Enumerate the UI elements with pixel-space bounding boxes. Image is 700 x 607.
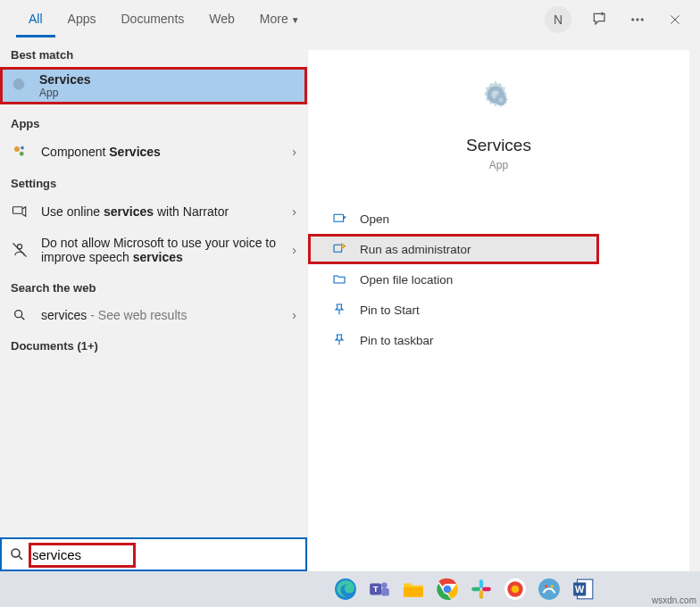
- tab-more[interactable]: More▼: [247, 3, 312, 37]
- avatar[interactable]: N: [545, 6, 571, 33]
- app-item-bold: Services: [109, 145, 161, 159]
- chevron-right-icon: ›: [292, 145, 296, 159]
- svg-point-4: [14, 146, 20, 152]
- section-documents[interactable]: Documents (1+): [0, 330, 307, 358]
- admin-icon: [331, 242, 347, 256]
- svg-text:W: W: [575, 584, 585, 595]
- action-open-location[interactable]: Open file location: [308, 264, 689, 295]
- best-match-sub: App: [39, 87, 91, 99]
- folder-icon: [331, 272, 347, 287]
- svg-point-31: [545, 585, 547, 587]
- gear-icon: [478, 77, 521, 120]
- section-apps: Apps: [0, 108, 307, 136]
- setting-item-narrator[interactable]: Use online services with Narrator ›: [0, 195, 307, 228]
- svg-point-1: [637, 19, 638, 21]
- tab-web[interactable]: Web: [196, 3, 247, 37]
- svg-point-32: [551, 585, 554, 587]
- taskbar-word-icon[interactable]: W: [570, 576, 596, 603]
- taskbar: T W: [0, 571, 700, 607]
- taskbar-slack-icon[interactable]: [468, 576, 495, 603]
- svg-rect-19: [381, 588, 389, 596]
- taskbar-teams-icon[interactable]: T: [366, 576, 393, 603]
- action-label: Pin to taskbar: [360, 334, 434, 347]
- svg-rect-23: [479, 579, 483, 588]
- svg-point-9: [15, 311, 22, 318]
- best-match-title: Services: [39, 72, 91, 87]
- svg-point-0: [632, 19, 634, 21]
- action-label: Open file location: [360, 273, 453, 287]
- svg-point-5: [20, 152, 24, 156]
- action-pin-start[interactable]: Pin to Start: [308, 295, 689, 325]
- chevron-right-icon: ›: [292, 204, 296, 219]
- tab-all[interactable]: All: [16, 3, 55, 37]
- app-item-prefix: Component: [41, 145, 109, 159]
- setting-item-speech[interactable]: Do not allow Microsoft to use your voice…: [0, 228, 307, 272]
- svg-rect-25: [479, 590, 483, 599]
- component-icon: [11, 144, 29, 160]
- search-tabs: All Apps Documents Web More▼ N: [0, 0, 700, 39]
- chevron-right-icon: ›: [292, 243, 296, 257]
- svg-point-6: [21, 146, 24, 150]
- section-best-match: Best match: [0, 39, 307, 67]
- svg-point-14: [12, 549, 20, 557]
- taskbar-app1-icon[interactable]: [502, 576, 529, 603]
- svg-point-22: [444, 586, 452, 594]
- preview-sub: App: [489, 159, 508, 171]
- taskbar-chrome-icon[interactable]: [434, 576, 461, 603]
- action-label: Open: [360, 212, 389, 226]
- section-web: Search the web: [0, 272, 307, 300]
- app-item-component-services[interactable]: Component Services ›: [0, 136, 307, 168]
- preview-pane: Services App Open Run as administrator O…: [307, 50, 689, 571]
- pin-icon: [331, 303, 347, 317]
- taskbar-edge-icon[interactable]: [332, 576, 359, 603]
- results-list: Best match Services App Apps Component S…: [0, 39, 307, 571]
- chevron-right-icon: ›: [292, 308, 296, 322]
- search-input[interactable]: [32, 547, 298, 562]
- action-run-admin[interactable]: Run as administrator: [308, 234, 599, 264]
- svg-rect-7: [13, 207, 23, 214]
- chevron-down-icon: ▼: [291, 15, 300, 25]
- svg-point-18: [381, 582, 388, 588]
- svg-point-29: [512, 586, 520, 594]
- svg-text:T: T: [373, 584, 379, 594]
- narrator-icon: [11, 204, 29, 220]
- svg-rect-24: [471, 587, 480, 591]
- svg-rect-13: [334, 245, 342, 252]
- watermark: wsxdn.com: [652, 595, 696, 605]
- svg-point-2: [641, 19, 643, 21]
- web-item-services[interactable]: services - See web results ›: [0, 300, 307, 330]
- svg-rect-20: [404, 587, 423, 597]
- taskbar-explorer-icon[interactable]: [400, 576, 427, 603]
- search-icon: [9, 546, 25, 562]
- more-icon[interactable]: [629, 11, 646, 29]
- action-label: Pin to Start: [360, 304, 420, 317]
- action-label: Run as administrator: [360, 243, 471, 256]
- open-icon: [331, 212, 347, 226]
- action-pin-taskbar[interactable]: Pin to taskbar: [308, 325, 689, 355]
- close-icon[interactable]: [666, 11, 684, 29]
- tab-apps[interactable]: Apps: [55, 3, 109, 37]
- search-input-container: [0, 537, 307, 571]
- svg-rect-12: [334, 214, 344, 221]
- pin-icon: [331, 333, 347, 347]
- search-icon: [11, 308, 29, 322]
- section-settings: Settings: [0, 168, 307, 195]
- svg-rect-26: [482, 587, 491, 591]
- speech-icon: [11, 242, 29, 258]
- feedback-icon[interactable]: [591, 11, 609, 29]
- action-open[interactable]: Open: [308, 204, 689, 234]
- gear-icon: [9, 76, 29, 96]
- taskbar-app2-icon[interactable]: [536, 576, 562, 603]
- best-match-item[interactable]: Services App: [0, 67, 307, 104]
- preview-title: Services: [466, 136, 531, 155]
- tab-documents[interactable]: Documents: [108, 3, 196, 37]
